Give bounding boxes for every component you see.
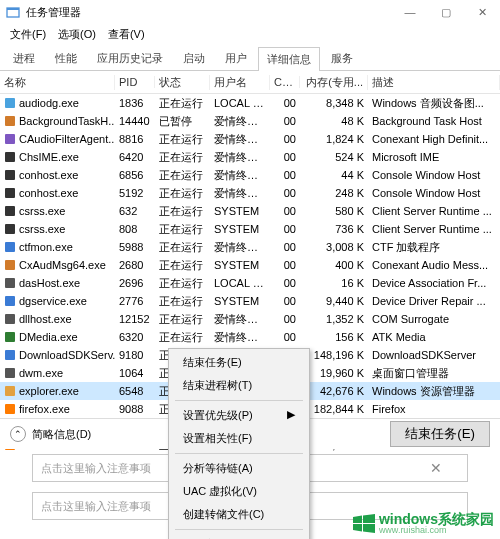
submenu-arrow-icon: ▶ bbox=[287, 408, 295, 421]
process-row[interactable]: csrss.exe632正在运行SYSTEM00580 KClient Serv… bbox=[0, 202, 500, 220]
maximize-button[interactable]: ▢ bbox=[428, 0, 464, 24]
process-desc: COM Surrogate bbox=[368, 313, 500, 325]
process-icon bbox=[4, 259, 16, 271]
close-button[interactable]: ✕ bbox=[464, 0, 500, 24]
svg-rect-17 bbox=[5, 368, 15, 378]
process-icon bbox=[4, 223, 16, 235]
end-task-button[interactable]: 结束任务(E) bbox=[390, 421, 490, 447]
process-icon bbox=[4, 295, 16, 307]
minimize-button[interactable]: — bbox=[392, 0, 428, 24]
column-name[interactable]: 名称 bbox=[0, 75, 115, 90]
watermark-url: www.ruishai.com bbox=[379, 526, 494, 535]
context-menu-item[interactable]: 分析等待链(A) bbox=[169, 457, 309, 480]
process-row[interactable]: dasHost.exe2696正在运行LOCAL SE...0016 KDevi… bbox=[0, 274, 500, 292]
tab-1[interactable]: 性能 bbox=[46, 46, 86, 70]
process-cpu: 00 bbox=[270, 97, 300, 109]
process-row[interactable]: DMedia.exe6320正在运行爱情终究...00156 KATK Medi… bbox=[0, 328, 500, 346]
process-status: 正在运行 bbox=[155, 132, 210, 147]
process-row[interactable]: audiodg.exe1836正在运行LOCAL SE...008,348 KW… bbox=[0, 94, 500, 112]
context-menu-item[interactable]: 设置优先级(P)▶ bbox=[169, 404, 309, 427]
tab-0[interactable]: 进程 bbox=[4, 46, 44, 70]
process-mem: 182,844 K bbox=[300, 403, 368, 415]
column-header-row: 名称 PID 状态 用户名 CPU 内存(专用... 描述 bbox=[0, 71, 500, 94]
process-icon bbox=[4, 367, 16, 379]
process-cpu: 00 bbox=[270, 205, 300, 217]
titlebar: 任务管理器 — ▢ ✕ bbox=[0, 0, 500, 24]
context-menu-item[interactable]: 结束进程树(T) bbox=[169, 374, 309, 397]
context-menu-item[interactable]: 创建转储文件(C) bbox=[169, 503, 309, 526]
column-cpu[interactable]: CPU bbox=[270, 76, 300, 88]
process-row[interactable]: BackgroundTaskH...14440已暂停爱情终究...0048 KB… bbox=[0, 112, 500, 130]
process-row[interactable]: dllhost.exe12152正在运行爱情终究...001,352 KCOM … bbox=[0, 310, 500, 328]
process-mem: 736 K bbox=[300, 223, 368, 235]
process-desc: Client Server Runtime ... bbox=[368, 205, 500, 217]
svg-rect-15 bbox=[5, 332, 15, 342]
process-status: 正在运行 bbox=[155, 294, 210, 309]
tab-3[interactable]: 启动 bbox=[174, 46, 214, 70]
column-desc[interactable]: 描述 bbox=[368, 75, 500, 90]
process-pid: 5988 bbox=[115, 241, 155, 253]
process-row[interactable]: CAudioFilterAgent...8816正在运行爱情终究...001,8… bbox=[0, 130, 500, 148]
process-mem: 3,008 K bbox=[300, 241, 368, 253]
process-desc: Background Task Host bbox=[368, 115, 500, 127]
svg-rect-12 bbox=[5, 278, 15, 288]
svg-rect-4 bbox=[5, 134, 15, 144]
process-icon bbox=[4, 241, 16, 253]
process-row[interactable]: conhost.exe5192正在运行爱情终究...00248 KConsole… bbox=[0, 184, 500, 202]
process-user: 爱情终究... bbox=[210, 312, 270, 327]
process-user: 爱情终究... bbox=[210, 150, 270, 165]
process-desc: Device Association Fr... bbox=[368, 277, 500, 289]
context-menu-item[interactable]: 打开文件所在的位置(O) bbox=[169, 533, 309, 539]
svg-rect-7 bbox=[5, 188, 15, 198]
column-user[interactable]: 用户名 bbox=[210, 75, 270, 90]
process-icon bbox=[4, 151, 16, 163]
column-pid[interactable]: PID bbox=[115, 76, 155, 88]
process-row[interactable]: conhost.exe6856正在运行爱情终究...0044 KConsole … bbox=[0, 166, 500, 184]
process-name: CxAudMsg64.exe bbox=[19, 259, 106, 271]
process-icon bbox=[4, 205, 16, 217]
process-name: BackgroundTaskH... bbox=[19, 115, 115, 127]
process-user: SYSTEM bbox=[210, 205, 270, 217]
process-desc: Client Server Runtime ... bbox=[368, 223, 500, 235]
column-mem[interactable]: 内存(专用... bbox=[300, 75, 368, 90]
process-icon bbox=[4, 115, 16, 127]
fewer-details-link[interactable]: 简略信息(D) bbox=[32, 427, 91, 442]
process-row[interactable]: csrss.exe808正在运行SYSTEM00736 KClient Serv… bbox=[0, 220, 500, 238]
process-desc: Firefox bbox=[368, 403, 500, 415]
process-pid: 808 bbox=[115, 223, 155, 235]
process-name: dasHost.exe bbox=[19, 277, 80, 289]
process-name: firefox.exe bbox=[19, 403, 70, 415]
process-user: 爱情终究... bbox=[210, 186, 270, 201]
tab-5[interactable]: 详细信息 bbox=[258, 47, 320, 71]
clear-icon[interactable]: ✕ bbox=[430, 460, 442, 476]
svg-rect-2 bbox=[5, 98, 15, 108]
process-row[interactable]: ChsIME.exe6420正在运行爱情终究...00524 KMicrosof… bbox=[0, 148, 500, 166]
context-menu-item[interactable]: 结束任务(E) bbox=[169, 351, 309, 374]
column-status[interactable]: 状态 bbox=[155, 75, 210, 90]
menu-view[interactable]: 查看(V) bbox=[102, 25, 151, 44]
context-menu: 结束任务(E)结束进程树(T)设置优先级(P)▶设置相关性(F)分析等待链(A)… bbox=[168, 348, 310, 539]
tab-2[interactable]: 应用历史记录 bbox=[88, 46, 172, 70]
context-menu-item[interactable]: 设置相关性(F) bbox=[169, 427, 309, 450]
svg-rect-3 bbox=[5, 116, 15, 126]
context-menu-item[interactable]: UAC 虚拟化(V) bbox=[169, 480, 309, 503]
process-row[interactable]: ctfmon.exe5988正在运行爱情终究...003,008 KCTF 加载… bbox=[0, 238, 500, 256]
process-cpu: 00 bbox=[270, 259, 300, 271]
process-cpu: 00 bbox=[270, 169, 300, 181]
process-row[interactable]: CxAudMsg64.exe2680正在运行SYSTEM00400 KConex… bbox=[0, 256, 500, 274]
process-desc: ATK Media bbox=[368, 331, 500, 343]
process-status: 正在运行 bbox=[155, 240, 210, 255]
process-desc: Windows 音频设备图... bbox=[368, 96, 500, 111]
process-cpu: 00 bbox=[270, 223, 300, 235]
process-cpu: 00 bbox=[270, 313, 300, 325]
menu-file[interactable]: 文件(F) bbox=[4, 25, 52, 44]
process-pid: 9088 bbox=[115, 403, 155, 415]
process-mem: 9,440 K bbox=[300, 295, 368, 307]
menu-options[interactable]: 选项(O) bbox=[52, 25, 102, 44]
process-cpu: 00 bbox=[270, 133, 300, 145]
process-row[interactable]: dgservice.exe2776正在运行SYSTEM009,440 KDevi… bbox=[0, 292, 500, 310]
tab-4[interactable]: 用户 bbox=[216, 46, 256, 70]
expand-up-icon[interactable]: ⌃ bbox=[10, 426, 26, 442]
windows-logo-icon bbox=[353, 514, 375, 534]
tab-6[interactable]: 服务 bbox=[322, 46, 362, 70]
